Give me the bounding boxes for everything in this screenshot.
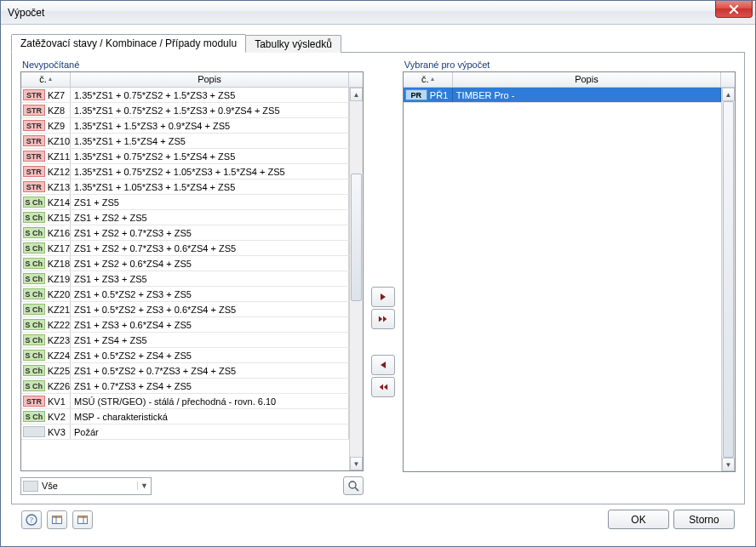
table-row[interactable]: S ChKZ14ZS1 + ZS5 [21, 195, 349, 210]
find-button[interactable] [343, 476, 364, 495]
not-calculated-grid[interactable]: č. ▴ Popis STRKZ71.35*ZS1 + 0.75*ZS2 + 1… [20, 71, 364, 471]
row-code: KZ11 [48, 149, 70, 164]
row-desc: 1.35*ZS1 + 0.75*ZS2 + 1.5*ZS3 + 0.9*ZS4 … [71, 103, 349, 117]
row-code-cell: S ChKZ23 [21, 333, 71, 347]
table-row[interactable]: STRKV1MSÚ (STR/GEO) - stálá / přechodná … [21, 394, 349, 409]
row-desc: 1.35*ZS1 + 0.75*ZS2 + 1.5*ZS3 + ZS5 [71, 88, 349, 102]
row-code-cell: STRKZ7 [21, 88, 71, 102]
move-right-button[interactable] [371, 287, 395, 307]
svg-point-0 [349, 481, 356, 488]
scroll-down-icon[interactable]: ▼ [350, 457, 363, 470]
right-scrollbar[interactable]: ▲ ▼ [721, 88, 735, 471]
row-code: KZ22 [48, 317, 70, 333]
tab-load-cases[interactable]: Zatěžovací stavy / Kombinace / Případy m… [11, 34, 246, 53]
table-row[interactable]: S ChKZ22ZS1 + ZS3 + 0.6*ZS4 + ZS5 [21, 317, 349, 333]
row-type-badge: S Ch [23, 212, 45, 223]
window-title: Výpočet [8, 7, 44, 19]
row-code-cell: S ChKZ16 [21, 225, 71, 240]
details-button-1[interactable] [47, 510, 67, 529]
right-col-desc-header[interactable]: Popis [453, 72, 721, 87]
close-icon [729, 4, 739, 14]
right-col-num-header[interactable]: č. ▴ [404, 72, 453, 87]
table-row[interactable]: S ChKV2MSP - charakteristická [21, 409, 349, 424]
row-desc: ZS1 + 0.5*ZS2 + ZS3 + 0.6*ZS4 + ZS5 [71, 302, 349, 316]
row-type-badge: PR [405, 89, 427, 100]
selected-grid[interactable]: č. ▴ Popis PRPŘ1TIMBER Pro - ▲ [403, 71, 736, 472]
svg-rect-8 [78, 516, 88, 518]
table-row[interactable]: S ChKZ26ZS1 + 0.7*ZS3 + ZS4 + ZS5 [21, 379, 349, 394]
row-type-badge: S Ch [23, 380, 45, 391]
row-desc: MSÚ (STR/GEO) - stálá / přechodná - rovn… [71, 394, 349, 408]
move-left-button[interactable] [371, 355, 395, 375]
row-code-cell: S ChKZ24 [21, 348, 71, 362]
table-icon [51, 514, 63, 526]
table-row[interactable]: STRKZ91.35*ZS1 + 1.5*ZS3 + 0.9*ZS4 + ZS5 [21, 118, 349, 134]
table-row[interactable]: STRKZ81.35*ZS1 + 0.75*ZS2 + 1.5*ZS3 + 0.… [21, 103, 349, 118]
table-row[interactable]: STRKZ121.35*ZS1 + 0.75*ZS2 + 1.05*ZS3 + … [21, 164, 349, 179]
row-code-cell: S ChKZ25 [21, 363, 71, 378]
table-row[interactable]: S ChKZ21ZS1 + 0.5*ZS2 + ZS3 + 0.6*ZS4 + … [21, 302, 349, 317]
scroll-up-icon[interactable]: ▲ [722, 88, 735, 101]
left-scrollbar[interactable]: ▲ ▼ [349, 88, 363, 470]
table-row[interactable]: STRKZ111.35*ZS1 + 0.75*ZS2 + 1.5*ZS4 + Z… [21, 149, 349, 164]
left-col-desc-header[interactable]: Popis [71, 72, 349, 87]
row-desc: ZS1 + 0.5*ZS2 + ZS4 + ZS5 [71, 348, 349, 362]
row-type-badge: S Ch [23, 288, 45, 299]
row-desc: 1.35*ZS1 + 0.75*ZS2 + 1.5*ZS4 + ZS5 [71, 149, 349, 163]
move-all-left-button[interactable] [371, 377, 395, 397]
row-type-badge: STR [23, 166, 45, 177]
row-type-badge: STR [23, 89, 45, 100]
selected-panel: Vybrané pro výpočet č. ▴ Popis PRPŘ1TIM [403, 60, 736, 495]
table-row[interactable]: S ChKZ25ZS1 + 0.5*ZS2 + 0.7*ZS3 + ZS4 + … [21, 363, 349, 379]
row-desc: 1.35*ZS1 + 1.5*ZS4 + ZS5 [71, 134, 349, 148]
titlebar: Výpočet [1, 1, 755, 25]
scrollbar-thumb[interactable] [351, 174, 362, 301]
magnifier-icon [347, 480, 359, 492]
table-row[interactable]: S ChKZ17ZS1 + ZS2 + 0.7*ZS3 + 0.6*ZS4 + … [21, 241, 349, 256]
scroll-header-spacer [349, 72, 363, 87]
row-code-cell: S ChKZ18 [21, 256, 71, 271]
scrollbar-thumb[interactable] [723, 101, 734, 458]
table-row[interactable]: KV3Požár [21, 424, 349, 440]
row-type-badge: S Ch [23, 319, 45, 330]
table-row[interactable]: S ChKZ19ZS1 + ZS3 + ZS5 [21, 271, 349, 287]
close-button[interactable] [715, 1, 753, 18]
tab-result-tables[interactable]: Tabulky výsledků [245, 35, 341, 53]
svg-line-1 [355, 487, 358, 491]
row-code-cell: S ChKV2 [21, 409, 71, 424]
table-row[interactable]: PRPŘ1TIMBER Pro - [404, 88, 721, 103]
table-row[interactable]: S ChKZ18ZS1 + ZS2 + 0.6*ZS4 + ZS5 [21, 256, 349, 271]
row-desc: ZS1 + ZS3 + ZS5 [71, 271, 349, 286]
row-type-badge: STR [23, 396, 45, 407]
table-row[interactable]: STRKZ101.35*ZS1 + 1.5*ZS4 + ZS5 [21, 134, 349, 149]
table-alt-icon [77, 514, 89, 526]
move-all-right-button[interactable] [371, 309, 395, 329]
scroll-up-icon[interactable]: ▲ [350, 88, 363, 101]
chevron-down-icon: ▼ [137, 481, 151, 490]
table-row[interactable]: S ChKZ24ZS1 + 0.5*ZS2 + ZS4 + ZS5 [21, 348, 349, 363]
table-row[interactable]: STRKZ131.35*ZS1 + 1.05*ZS3 + 1.5*ZS4 + Z… [21, 179, 349, 195]
table-row[interactable]: S ChKZ20ZS1 + 0.5*ZS2 + ZS3 + ZS5 [21, 287, 349, 302]
scroll-header-spacer [721, 72, 735, 87]
row-code: KZ25 [48, 363, 70, 379]
transfer-buttons [364, 60, 403, 495]
table-row[interactable]: STRKZ71.35*ZS1 + 0.75*ZS2 + 1.5*ZS3 + ZS… [21, 88, 349, 103]
scroll-down-icon[interactable]: ▼ [722, 458, 735, 471]
ok-button[interactable]: OK [608, 510, 669, 529]
left-col-num-header[interactable]: č. ▴ [21, 72, 71, 87]
row-type-badge: S Ch [23, 197, 45, 208]
row-code-cell: STRKZ12 [21, 164, 71, 179]
arrow-left-icon [378, 360, 388, 370]
row-desc: ZS1 + 0.7*ZS3 + ZS4 + ZS5 [71, 379, 349, 393]
details-button-2[interactable] [72, 510, 93, 529]
help-button[interactable]: ? [21, 510, 42, 529]
table-row[interactable]: S ChKZ15ZS1 + ZS2 + ZS5 [21, 210, 349, 225]
row-code: KV2 [48, 409, 66, 424]
row-desc: TIMBER Pro - [453, 88, 721, 102]
row-type-badge: S Ch [23, 350, 45, 361]
table-row[interactable]: S ChKZ16ZS1 + ZS2 + 0.7*ZS3 + ZS5 [21, 225, 349, 241]
cancel-button[interactable]: Storno [673, 510, 735, 529]
double-arrow-right-icon [378, 314, 388, 324]
filter-combo[interactable]: Vše ▼ [20, 477, 152, 495]
table-row[interactable]: S ChKZ23ZS1 + ZS4 + ZS5 [21, 333, 349, 348]
